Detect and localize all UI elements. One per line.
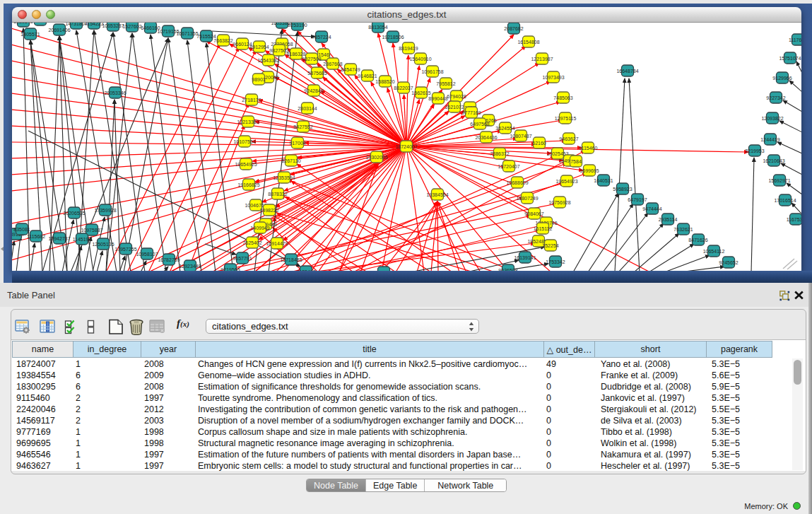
svg-text:9129966: 9129966 [772,76,792,81]
svg-text:16543382: 16543382 [257,58,279,63]
svg-text:6497568: 6497568 [470,122,489,127]
svg-text:7632621: 7632621 [673,227,693,232]
svg-text:15751074: 15751074 [779,56,801,61]
svg-text:1498222: 1498222 [259,208,278,213]
svg-text:15720407: 15720407 [498,164,519,169]
svg-text:8920543: 8920543 [13,23,33,24]
svg-text:10807487: 10807487 [510,134,531,139]
svg-text:17016514: 17016514 [774,198,796,203]
svg-text:1115682: 1115682 [27,234,45,239]
svg-text:8427552: 8427552 [293,124,312,129]
svg-text:252254: 252254 [542,243,558,248]
svg-text:16914479: 16914479 [266,241,288,246]
svg-text:9657791: 9657791 [233,256,252,261]
svg-text:1615112: 1615112 [534,226,553,231]
svg-text:12505135: 12505135 [92,242,114,247]
svg-text:1621072: 1621072 [445,105,464,110]
svg-text:16648784: 16648784 [616,69,638,74]
svg-text:29053346: 29053346 [104,90,126,95]
svg-text:1588520: 1588520 [375,79,394,84]
svg-text:917004: 917004 [289,141,305,146]
svg-text:15640910: 15640910 [409,57,431,62]
svg-text:16139141: 16139141 [514,255,536,260]
svg-text:18724007: 18724007 [395,144,417,149]
svg-text:16210643: 16210643 [763,158,784,163]
svg-text:8813054: 8813054 [368,25,387,30]
svg-text:98901: 98901 [252,77,266,82]
svg-text:10975887: 10975887 [81,228,102,233]
svg-text:10654112: 10654112 [703,249,725,254]
svg-text:8186328: 8186328 [286,52,305,57]
svg-text:1753342: 1753342 [546,259,565,264]
svg-text:19302095: 19302095 [365,155,387,160]
svg-text:1409949: 1409949 [250,226,269,230]
svg-text:19654925: 19654925 [235,162,257,167]
svg-text:10653287: 10653287 [102,23,124,28]
svg-text:1640531: 1640531 [594,178,613,183]
svg-text:7154223: 7154223 [84,23,103,26]
svg-text:6479197: 6479197 [628,197,647,202]
svg-text:8471626: 8471626 [688,238,707,243]
svg-text:7485063: 7485063 [553,95,572,100]
svg-text:19384554: 19384554 [426,192,448,197]
svg-text:16782759: 16782759 [158,257,180,262]
svg-text:8912954: 8912954 [249,45,269,49]
svg-text:17957255: 17957255 [114,247,136,252]
svg-text:9327508: 9327508 [302,57,321,62]
svg-text:7625402: 7625402 [242,240,261,245]
svg-text:9777169: 9777169 [461,110,481,115]
svg-text:20691406: 20691406 [48,28,70,33]
svg-text:8219953: 8219953 [745,148,764,153]
svg-text:9146821: 9146821 [358,74,377,78]
svg-text:8990448: 8990448 [428,96,447,101]
svg-text:9115460: 9115460 [579,146,598,151]
svg-text:62160: 62160 [532,141,546,146]
svg-text:1405571: 1405571 [20,32,40,37]
svg-text:16671355: 16671355 [176,31,198,36]
svg-text:1562615: 1562615 [411,90,430,95]
svg-text:19166825: 19166825 [237,182,259,187]
svg-text:1117632: 1117632 [789,37,801,42]
svg-text:9253190: 9253190 [288,23,307,28]
svg-text:9084067: 9084067 [524,211,543,216]
svg-text:8454749: 8454749 [341,67,360,72]
svg-text:12353594: 12353594 [273,175,295,180]
svg-text:10973493: 10973493 [542,75,564,80]
svg-text:16154808: 16154808 [517,40,539,45]
svg-text:5875685: 5875685 [307,71,326,76]
svg-text:2718170: 2718170 [242,98,261,103]
svg-text:17359928: 17359928 [94,208,116,213]
svg-text:2867608: 2867608 [323,62,342,66]
svg-text:10961758: 10961758 [421,69,443,74]
svg-text:19654923: 19654923 [555,179,577,184]
svg-text:2803144: 2803144 [298,106,317,111]
svg-text:19218506: 19218506 [382,35,404,40]
svg-text:2935114: 2935114 [659,217,678,222]
svg-text:9699695: 9699695 [579,168,599,173]
svg-text:1244419: 1244419 [760,137,779,142]
svg-text:10756928: 10756928 [548,200,570,205]
svg-text:9474444: 9474444 [642,206,661,211]
svg-text:835081: 835081 [13,227,30,232]
svg-text:8878332: 8878332 [268,192,287,197]
svg-text:9245652: 9245652 [719,260,738,265]
svg-text:10688609: 10688609 [506,180,528,185]
svg-text:20206535: 20206535 [63,211,85,216]
svg-text:18807249: 18807249 [516,196,538,201]
svg-text:12213987: 12213987 [531,57,553,62]
svg-text:12213383: 12213383 [237,119,259,124]
svg-text:1167533: 1167533 [787,217,801,222]
svg-text:7955812: 7955812 [436,81,455,86]
svg-text:12923448: 12923448 [179,264,201,269]
svg-text:12975115: 12975115 [555,116,577,121]
svg-text:7663822: 7663822 [213,38,233,43]
svg-text:20364436: 20364436 [475,135,497,140]
svg-text:12942737: 12942737 [48,236,70,241]
svg-text:10107554: 10107554 [233,139,255,144]
svg-text:6794028: 6794028 [447,94,466,99]
svg-text:12093822: 12093822 [761,116,783,121]
svg-text:9242848: 9242848 [304,88,323,93]
svg-text:8819419: 8819419 [399,46,418,51]
svg-text:10958107: 10958107 [136,252,158,257]
svg-text:7857224: 7857224 [312,35,331,40]
